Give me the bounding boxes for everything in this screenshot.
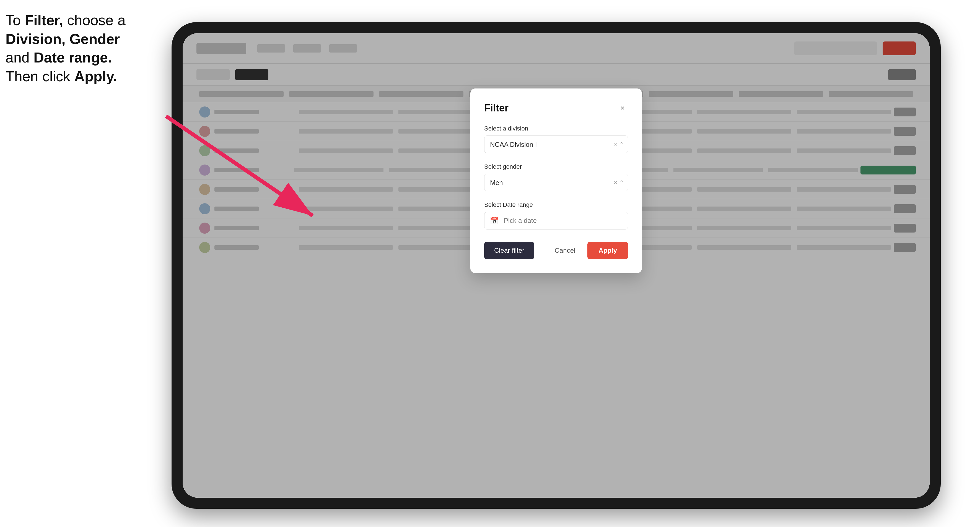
instruction-and: and [6,49,33,65]
tablet-screen: Filter × Select a division NCAA Division… [183,33,930,498]
instruction-prefix: To [6,12,25,28]
date-input-wrapper: 📅 [484,212,628,230]
instruction-then: Then click [6,68,75,84]
cancel-button[interactable]: Cancel [548,242,582,259]
date-input[interactable] [484,212,628,230]
footer-right: Cancel Apply [548,242,628,259]
instruction-apply: Apply. [75,68,117,84]
division-select-wrapper: NCAA Division I NCAA Division II NCAA Di… [484,135,628,153]
division-form-group: Select a division NCAA Division I NCAA D… [484,125,628,153]
division-label: Select a division [484,125,628,132]
instruction-date: Date range. [33,49,112,65]
tablet-frame: Filter × Select a division NCAA Division… [172,22,941,509]
instruction-text: To Filter, choose a Division, Gender and… [6,11,161,86]
modal-title: Filter [484,102,509,114]
clear-filter-button[interactable]: Clear filter [484,242,534,259]
date-label: Select Date range [484,201,628,208]
modal-footer: Clear filter Cancel Apply [484,242,628,259]
date-form-group: Select Date range 📅 [484,201,628,230]
modal-header: Filter × [484,102,628,114]
modal-close-button[interactable]: × [617,103,628,114]
gender-select[interactable]: Men Women [484,174,628,191]
instruction-filter: Filter, [25,12,63,28]
instruction-middle: choose a [63,12,126,28]
gender-label: Select gender [484,163,628,170]
gender-form-group: Select gender Men Women × ⌃ [484,163,628,191]
filter-modal: Filter × Select a division NCAA Division… [470,89,642,273]
modal-overlay: Filter × Select a division NCAA Division… [183,33,930,498]
gender-select-wrapper: Men Women × ⌃ [484,174,628,191]
division-select[interactable]: NCAA Division I NCAA Division II NCAA Di… [484,135,628,153]
instruction-division: Division, Gender [6,31,120,47]
apply-button[interactable]: Apply [587,242,628,259]
